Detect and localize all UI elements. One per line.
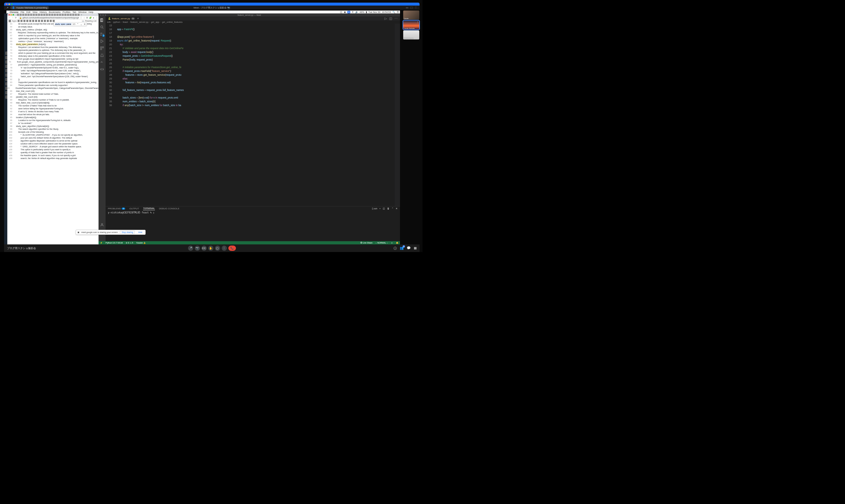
split-term-icon[interactable]: ◫ [383,207,385,210]
vol-icon[interactable]: 🔊 [355,11,358,14]
fwd-icon[interactable]: → [12,17,14,19]
browser-tab[interactable] [62,14,64,16]
github-code-view[interactable]: 63 All worker pools except the first one… [7,22,98,245]
close-icon[interactable] [8,14,10,16]
find-prev-icon[interactable]: ⌃ [77,23,79,26]
participant-tile[interactable]: Yusuke [403,11,419,20]
breadcrumb-item[interactable]: python [113,21,120,23]
browser-tab[interactable] [67,14,69,16]
explorer-icon[interactable] [100,18,104,22]
browser-tab[interactable] [59,14,61,16]
new-term-icon[interactable]: + [379,207,381,210]
remote-icon[interactable] [100,67,104,71]
minimap[interactable] [395,24,400,206]
browser-tab[interactable] [20,14,22,16]
menu-item[interactable]: File [20,11,24,14]
tab-terminal[interactable]: TERMINAL [143,207,155,210]
docker-icon[interactable] [100,60,104,64]
bookmark-item[interactable] [20,20,22,22]
tab-close-icon[interactable]: ✕ [137,17,139,20]
min-icon[interactable]: ▭ [406,6,409,9]
back-icon[interactable]: ← [8,17,11,19]
mic-button[interactable]: 🎤 [188,246,193,251]
bookmark-item[interactable] [53,20,55,22]
menu-item[interactable]: History [39,11,47,14]
participant-tile[interactable]: Mai Nakagawa [403,31,419,39]
find-next-icon[interactable]: ⌄ [80,23,83,26]
find-close-icon[interactable]: ✕ [84,23,86,26]
menu-item[interactable]: Tab [73,11,76,14]
terminal[interactable]: y-nishioka@C02F820TML85 feast % ▯ [106,211,400,241]
breadcrumb-item[interactable]: feast [123,21,128,23]
ext-icon[interactable]: ⬚ [80,17,82,19]
browser-tab[interactable] [46,14,48,16]
tab-output[interactable]: OUTPUT [129,207,139,210]
present-button[interactable]: ▢ [215,246,220,251]
more-options-button[interactable]: ⋮ [222,246,227,251]
browser-tab[interactable] [54,14,56,16]
browser-tab[interactable] [41,14,43,16]
menu-item[interactable]: Window [78,11,87,14]
wifi2-icon[interactable]: ⥣ [352,11,354,14]
leave-call-button[interactable]: 📞 [228,246,236,251]
more-icon[interactable]: ⋮ [415,6,417,9]
split-icon[interactable]: ◫ [389,17,392,20]
puzzle-icon[interactable]: 🧩 [89,17,92,19]
bookmark-item[interactable] [50,20,52,22]
menu-item[interactable]: Bookmarks [49,11,60,14]
bookmark-item[interactable] [18,20,20,22]
bookmark-item[interactable] [41,20,43,22]
close-dot-icon[interactable] [6,3,7,5]
code-editor[interactable]: 1516171819202122232425262728293031323334… [106,24,400,206]
browser-tab[interactable] [17,14,19,16]
browser-tab[interactable] [28,14,30,16]
tab-debug-console[interactable]: DEBUG CONSOLE [159,207,180,210]
max-dot-icon[interactable] [11,3,13,5]
browser-tab[interactable] [64,14,66,16]
remote-status[interactable]: ⚡ [100,242,103,244]
browser-tab[interactable] [49,14,51,16]
camera-button[interactable]: 📷 [195,246,200,251]
breadcrumb-item[interactable]: get_app [151,21,159,23]
browser-tab[interactable] [77,14,79,16]
bookmark-item[interactable] [35,20,37,22]
more-icon[interactable]: ⋯ [394,17,398,20]
test-icon[interactable] [100,53,104,57]
shell-select[interactable]: ▯ zsh [372,207,377,210]
bookmark-item[interactable] [23,20,25,22]
account-icon[interactable] [100,223,104,227]
maximize-icon[interactable]: ⌃ [392,207,394,210]
min-icon[interactable] [11,14,12,16]
pop-icon[interactable]: ⬚ [410,6,413,9]
bookmark-item[interactable] [47,20,49,22]
captions-button[interactable]: CC [201,246,207,251]
browser-tab[interactable] [35,14,37,16]
browser-tab[interactable] [72,14,74,16]
run-icon[interactable]: ▷ [384,17,387,20]
a-icon[interactable]: A [347,11,350,14]
star-icon[interactable]: ☆ [83,17,85,19]
bookmark-item[interactable] [26,20,29,22]
browser-tab[interactable] [22,14,24,16]
info-icon[interactable]: ⓘ [394,246,397,251]
liveshare-status[interactable]: ⦿ Live Share [360,242,373,244]
address-bar[interactable]: 🔒 github.com/kubeflow/pipelines/blob/mas… [18,16,79,19]
extensions-icon[interactable] [100,46,104,50]
wifi-icon[interactable]: ◉ [344,11,346,14]
menu-item[interactable]: View [33,11,37,14]
editor-tab[interactable]: 🐍 feature_server.py 5 ✕ [106,16,142,20]
apps-label[interactable]: Apps [12,20,17,22]
breadcrumb-item[interactable]: feature_server.py [130,21,148,23]
tl-dot-icon[interactable] [102,14,104,16]
app-name-menu[interactable]: Chrome [10,11,18,14]
tile-options-icon[interactable]: ⋮ [417,21,419,23]
tl-dot-icon[interactable] [105,14,106,16]
browser-tab[interactable] [75,14,77,16]
tab-problems[interactable]: PROBLEMS5 [108,207,125,210]
bookmark-item[interactable] [32,20,34,22]
breadcrumb-item[interactable]: sdk [107,21,110,23]
scm-icon[interactable]: 2 [100,32,104,36]
control-center-icon[interactable]: ☰ [397,11,399,14]
search-icon[interactable] [100,25,104,29]
close-panel-icon[interactable]: ✕ [396,207,398,210]
